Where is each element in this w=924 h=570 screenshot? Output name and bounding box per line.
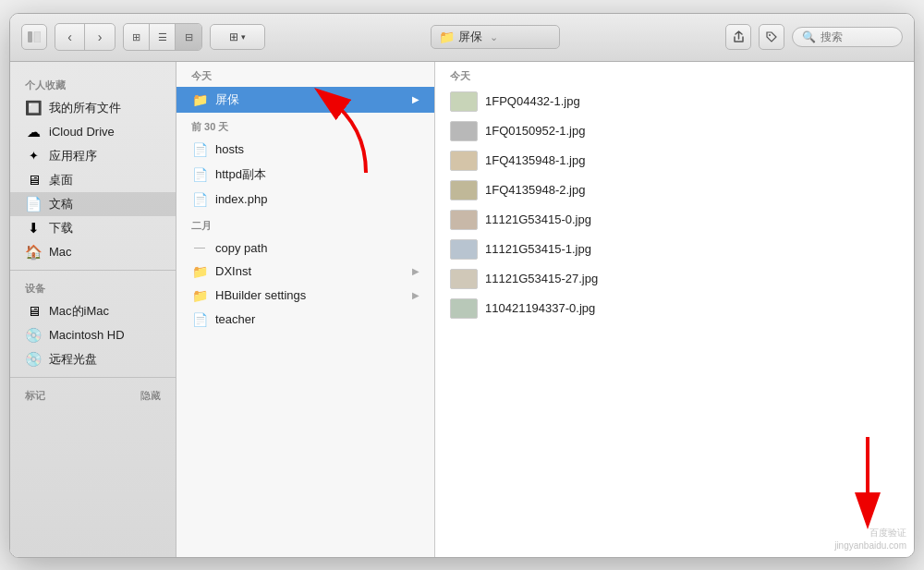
first-column: 今天 📁 屏保 ▶ 前 30 天 📄 hosts 📄 httpd副本 📄 <box>176 62 435 557</box>
location-bar[interactable]: 📁 屏保 ⌄ <box>431 25 560 49</box>
list-item[interactable]: 1FQ4135948-2.jpg <box>435 176 914 205</box>
sidebar-item-icloud[interactable]: ☁ iCloud Drive <box>10 120 176 144</box>
today-section-header: 今天 <box>176 62 434 87</box>
icon-view-button[interactable]: ⊞ <box>124 24 150 50</box>
disclosure-arrow: ▶ <box>412 266 419 276</box>
file-name: hosts <box>215 142 419 156</box>
sidebar-toggle-button[interactable] <box>21 24 47 50</box>
sidebar-item-remote-disc[interactable]: 💿 远程光盘 <box>10 347 176 371</box>
sidebar-item-macintosh-hd[interactable]: 💿 Macintosh HD <box>10 323 176 347</box>
sidebar-section-devices: 设备 <box>10 276 176 299</box>
sidebar-item-downloads[interactable]: ⬇ 下载 <box>10 216 176 240</box>
remote-disc-icon: 💿 <box>25 351 42 368</box>
svg-point-2 <box>769 34 771 36</box>
list-item[interactable]: 📁 屏保 ▶ <box>176 87 434 113</box>
sidebar-item-label: 我的所有文件 <box>49 100 121 116</box>
desktop-icon: 🖥 <box>25 172 42 188</box>
sidebar-item-all-files[interactable]: 🔲 我的所有文件 <box>10 96 176 120</box>
sidebar-item-label: 远程光盘 <box>49 351 97 368</box>
list-item[interactable]: 11121G53415-0.jpg <box>435 205 914 235</box>
sidebar-item-mac[interactable]: 🏠 Mac <box>10 240 176 264</box>
toolbar-right: 🔍 <box>725 24 903 50</box>
list-item[interactable]: 📄 hosts <box>176 138 434 162</box>
list-item[interactable]: 1FQ0150952-1.jpg <box>435 116 914 146</box>
sidebar-item-label: 文稿 <box>49 196 73 212</box>
sidebar-item-documents[interactable]: 📄 文稿 <box>10 192 176 216</box>
back-button[interactable]: ‹ <box>55 24 85 50</box>
list-item[interactable]: 110421194337-0.jpg <box>435 294 914 323</box>
last30-section-header: 前 30 天 <box>176 113 434 138</box>
share-button[interactable] <box>725 24 751 50</box>
action-dropdown-icon: ▾ <box>241 32 246 42</box>
list-item[interactable]: 📁 HBuilder settings ▶ <box>176 284 434 308</box>
column-view-button[interactable]: ⊟ <box>176 24 201 50</box>
thumbnail <box>450 298 478 319</box>
list-item[interactable]: 📄 teacher <box>176 308 434 332</box>
list-item[interactable]: 📁 DXInst ▶ <box>176 260 434 284</box>
list-item[interactable]: 📄 httpd副本 <box>176 162 434 188</box>
thumbnail <box>450 180 478 200</box>
sidebar-divider-2 <box>10 377 176 378</box>
list-view-button[interactable]: ☰ <box>150 24 176 50</box>
second-column: 今天 1FPQ04432-1.jpg 1FQ0150952-1.jpg 1FQ4… <box>435 62 914 557</box>
sidebar-item-label: Mac <box>49 245 72 259</box>
file-name: HBuilder settings <box>215 288 405 302</box>
sidebar-item-desktop[interactable]: 🖥 桌面 <box>10 168 176 192</box>
file-name: 1FPQ04432-1.jpg <box>485 94 899 108</box>
macintosh-hd-icon: 💿 <box>25 327 42 344</box>
forward-button[interactable]: › <box>85 24 115 50</box>
svg-rect-0 <box>28 31 32 42</box>
thumbnail <box>450 121 478 141</box>
list-item[interactable]: 📄 index.php <box>176 188 434 212</box>
search-box[interactable]: 🔍 <box>792 27 903 47</box>
action-button[interactable]: ⊞ ▾ <box>210 24 265 50</box>
file-name: copy path <box>215 241 419 255</box>
file-icon: 📄 <box>191 142 208 157</box>
file-name: teacher <box>215 312 419 326</box>
file-browser: 今天 📁 屏保 ▶ 前 30 天 📄 hosts 📄 httpd副本 📄 <box>176 62 914 557</box>
file-name: index.php <box>215 192 419 206</box>
thumbnail <box>450 210 478 230</box>
list-item[interactable]: 1FPQ04432-1.jpg <box>435 87 914 116</box>
search-icon: 🔍 <box>802 30 816 43</box>
file-icon: 📄 <box>191 167 208 182</box>
sidebar: 个人收藏 🔲 我的所有文件 ☁ iCloud Drive ✦ 应用程序 🖥 桌面… <box>10 62 176 557</box>
file-icon: 📄 <box>191 192 208 207</box>
finder-window: ‹ › ⊞ ☰ ⊟ ⊞ ▾ 📁 屏保 ⌄ <box>9 13 915 558</box>
sidebar-divider-1 <box>10 270 176 271</box>
location-dropdown-icon: ⌄ <box>490 31 498 43</box>
folder-icon: 📁 <box>439 30 455 44</box>
svg-rect-1 <box>34 31 41 42</box>
tags-label: 标记 <box>25 389 45 403</box>
file-icon: 📄 <box>191 312 208 327</box>
applications-icon: ✦ <box>25 149 42 163</box>
folder-icon: 📁 <box>191 288 208 303</box>
file-name: 110421194337-0.jpg <box>485 301 899 315</box>
file-name: 屏保 <box>215 91 405 108</box>
folder-icon: 📁 <box>191 264 208 279</box>
list-item[interactable]: 11121G53415-27.jpg <box>435 264 914 294</box>
list-item[interactable]: 1FQ4135948-1.jpg <box>435 146 914 176</box>
file-name: 1FQ4135948-1.jpg <box>485 153 899 167</box>
mac-icon: 🏠 <box>25 244 42 261</box>
search-input[interactable] <box>821 30 894 43</box>
file-icon: — <box>191 241 208 254</box>
tags-hide-button[interactable]: 隐藏 <box>140 389 161 403</box>
file-name: 11121G53415-1.jpg <box>485 242 899 256</box>
sidebar-item-applications[interactable]: ✦ 应用程序 <box>10 144 176 168</box>
sidebar-item-label: 下载 <box>49 220 73 236</box>
list-item[interactable]: — copy path <box>176 236 434 260</box>
sidebar-item-label: iCloud Drive <box>49 125 115 139</box>
feb-section-header: 二月 <box>176 212 434 236</box>
today-files-header: 今天 <box>435 62 914 87</box>
grid-icon: ⊞ <box>229 30 238 43</box>
file-name: httpd副本 <box>215 166 419 183</box>
sidebar-item-label: 桌面 <box>49 172 73 188</box>
list-item[interactable]: 11121G53415-1.jpg <box>435 235 914 264</box>
tag-button[interactable] <box>759 24 784 50</box>
imac-icon: 🖥 <box>25 303 42 319</box>
file-name: 11121G53415-27.jpg <box>485 272 899 285</box>
tags-section-header: 标记 隐藏 <box>10 383 176 408</box>
view-buttons: ⊞ ☰ ⊟ <box>123 23 202 51</box>
sidebar-item-imac[interactable]: 🖥 Mac的iMac <box>10 299 176 323</box>
